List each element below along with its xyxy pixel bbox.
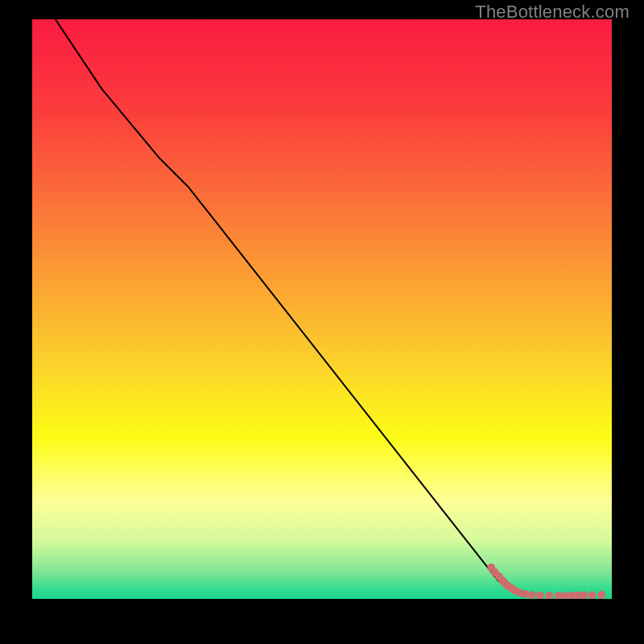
- data-point: [528, 591, 536, 599]
- gradient-background: [32, 19, 612, 599]
- data-point: [580, 591, 588, 599]
- chart-container: TheBottleneck.com: [0, 0, 644, 644]
- chart-svg: [32, 19, 612, 599]
- data-point: [588, 591, 597, 599]
- data-point: [521, 590, 529, 598]
- plot-area: [32, 19, 612, 599]
- data-point: [597, 591, 605, 599]
